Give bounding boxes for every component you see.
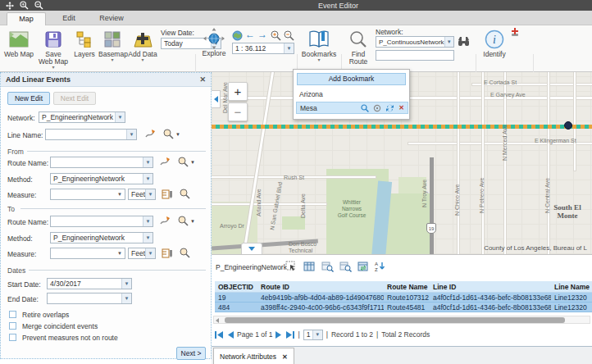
close-icon[interactable]: ✕ bbox=[199, 75, 206, 84]
zoom-out-icon[interactable] bbox=[34, 1, 43, 10]
explore-button[interactable]: Explore bbox=[199, 29, 229, 57]
next-button[interactable]: Next > bbox=[176, 347, 206, 360]
web-map-button[interactable]: Web Map bbox=[3, 30, 34, 58]
pan-to-selection-icon[interactable] bbox=[339, 261, 352, 272]
to-route-name-select[interactable]: ▼ bbox=[50, 216, 153, 227]
full-extent-icon[interactable] bbox=[232, 30, 243, 41]
measure-ruler-icon[interactable] bbox=[162, 189, 172, 199]
zoom-to-line-icon[interactable]: ▼ bbox=[163, 129, 180, 139]
zoom-to-route-icon[interactable]: ▼ bbox=[178, 157, 195, 167]
column-header[interactable]: OBJECTID bbox=[215, 283, 257, 291]
table-row[interactable]: 484 a398ff4c-2940-4c00-96b6-c6343f9f1711… bbox=[215, 303, 592, 312]
sort-icon[interactable]: AZ bbox=[374, 261, 385, 272]
zoom-to-selection-icon[interactable] bbox=[321, 261, 334, 272]
binoculars-icon[interactable] bbox=[458, 36, 470, 47]
layers-button[interactable]: Layers bbox=[72, 30, 97, 58]
tab-map[interactable]: Map bbox=[7, 12, 46, 25]
map-zoom-out-button[interactable]: − bbox=[228, 102, 248, 121]
zoom-to-route-icon[interactable]: ▼ bbox=[178, 216, 195, 226]
bookmark-item-mesa[interactable]: Mesa ✕ bbox=[296, 102, 408, 114]
find-route-button[interactable]: Find Route bbox=[344, 30, 373, 66]
next-edit-button[interactable]: Next Edit bbox=[53, 92, 96, 105]
network-field-label: Network: bbox=[7, 114, 35, 122]
map-zoom-in-button[interactable]: + bbox=[228, 82, 248, 101]
from-measure-input[interactable]: ▼ bbox=[50, 189, 125, 200]
from-method-select[interactable]: P_EngineeringNetwork▼ bbox=[50, 173, 153, 184]
bookmarks-dropdown-arrow[interactable]: ▾ bbox=[300, 58, 338, 62]
street-label: Delta Ave bbox=[300, 193, 306, 218]
switch-selection-icon[interactable] bbox=[357, 261, 370, 272]
save-web-map-button[interactable]: Save Web Map ▾ bbox=[38, 30, 69, 70]
to-method-label: Method: bbox=[7, 234, 33, 243]
basemap-button[interactable]: Basemap ▾ bbox=[98, 30, 126, 62]
first-page-icon[interactable] bbox=[215, 331, 224, 339]
select-route-on-map-icon[interactable] bbox=[160, 157, 171, 167]
last-page-icon[interactable] bbox=[285, 331, 294, 339]
column-header[interactable]: Line ID bbox=[430, 283, 551, 291]
column-header[interactable]: Line Name bbox=[551, 283, 592, 291]
zoom-to-bookmark-icon[interactable] bbox=[361, 104, 369, 112]
network-field-select[interactable]: P_EngineeringNetwork▼ bbox=[39, 111, 125, 123]
measure-zoom-icon[interactable] bbox=[180, 248, 190, 258]
table-options-icon[interactable] bbox=[303, 261, 315, 272]
map-zoom-in-icon[interactable] bbox=[271, 30, 281, 41]
selection-options-icon[interactable] bbox=[285, 261, 297, 272]
scrollbar-thumb[interactable] bbox=[225, 317, 565, 323]
table-row[interactable]: 19 4eb9419b-af9b-4d04-ab89-1d490476802b … bbox=[215, 293, 592, 303]
ribbon-tabstrip: Map Edit Review bbox=[0, 11, 592, 25]
chevron-down-icon[interactable]: ▼ bbox=[444, 37, 453, 47]
identify-button[interactable]: i Identify bbox=[480, 30, 509, 58]
chevron-down-icon[interactable]: ▼ bbox=[284, 43, 294, 53]
zoom-in-icon[interactable] bbox=[20, 1, 29, 10]
pan-to-bookmark-icon[interactable] bbox=[373, 104, 381, 112]
measure-ruler-icon[interactable] bbox=[162, 248, 172, 258]
from-unit-select[interactable]: Feet▼ bbox=[128, 189, 156, 200]
back-extent-icon[interactable]: ← bbox=[245, 29, 255, 40]
prevent-measures-checkbox[interactable] bbox=[9, 334, 16, 341]
to-unit-select[interactable]: Feet▼ bbox=[128, 248, 156, 259]
delete-bookmark-icon[interactable]: ✕ bbox=[398, 104, 404, 111]
close-tab-icon[interactable]: ✕ bbox=[282, 353, 288, 361]
bookmark-item-arizona[interactable]: Arizona bbox=[296, 88, 408, 100]
retire-overlaps-checkbox[interactable] bbox=[9, 311, 16, 318]
add-bookmark-button[interactable]: Add Bookmark bbox=[297, 73, 406, 85]
to-method-select[interactable]: P_EngineeringNetwork▼ bbox=[50, 232, 153, 243]
pan-icon[interactable] bbox=[6, 2, 14, 10]
map-zoom-out-icon[interactable] bbox=[284, 30, 294, 41]
to-measure-input[interactable]: ▼ bbox=[50, 248, 125, 259]
tab-network-attributes[interactable]: Network Attributes ✕ bbox=[213, 348, 294, 364]
add-data-button[interactable]: Add Data ▾ bbox=[128, 30, 157, 62]
next-page-icon[interactable] bbox=[276, 331, 282, 339]
scroll-left-arrow[interactable] bbox=[216, 318, 219, 323]
from-method-label: Method: bbox=[7, 175, 33, 184]
line-name-select[interactable]: ▼ bbox=[45, 129, 137, 140]
forward-extent-icon[interactable]: → bbox=[257, 29, 267, 40]
collapse-bottom-panel-button[interactable] bbox=[241, 243, 262, 254]
select-line-on-map-icon[interactable] bbox=[145, 129, 156, 139]
collapse-left-panel-button[interactable] bbox=[212, 90, 221, 108]
merge-coincident-events-checkbox[interactable] bbox=[9, 322, 16, 330]
tab-review[interactable]: Review bbox=[92, 12, 131, 25]
tab-edit[interactable]: Edit bbox=[49, 12, 89, 25]
previous-page-icon[interactable] bbox=[227, 331, 234, 339]
measure-zoom-icon[interactable] bbox=[180, 189, 190, 199]
page-number-select[interactable]: 1▼ bbox=[303, 330, 323, 340]
new-edit-button[interactable]: New Edit bbox=[7, 92, 50, 105]
start-date-input[interactable]: 4/30/2017▼ bbox=[47, 278, 132, 289]
add-identify-icon[interactable] bbox=[510, 28, 520, 38]
horizontal-scrollbar[interactable] bbox=[213, 316, 590, 324]
network-select[interactable]: P_ContinuousNetwork▼ bbox=[376, 36, 454, 48]
select-route-on-map-icon[interactable] bbox=[160, 216, 171, 226]
route-search-input[interactable] bbox=[376, 50, 454, 61]
update-bookmark-icon[interactable] bbox=[385, 104, 394, 112]
column-header[interactable]: Route ID bbox=[257, 283, 384, 291]
end-date-input[interactable]: ▼ bbox=[47, 293, 132, 304]
save-dropdown-arrow[interactable]: ▾ bbox=[38, 66, 69, 70]
add-data-dropdown-arrow[interactable]: ▾ bbox=[128, 58, 157, 62]
from-route-name-select[interactable]: ▼ bbox=[50, 157, 153, 168]
bookmarks-button[interactable]: Bookmarks ▾ bbox=[300, 30, 338, 62]
scale-select[interactable]: 1 : 36.112▼ bbox=[232, 43, 294, 54]
column-header[interactable]: Route Name bbox=[384, 283, 430, 291]
basemap-dropdown-arrow[interactable]: ▾ bbox=[98, 58, 126, 62]
street-label: Rush St bbox=[284, 175, 304, 180]
